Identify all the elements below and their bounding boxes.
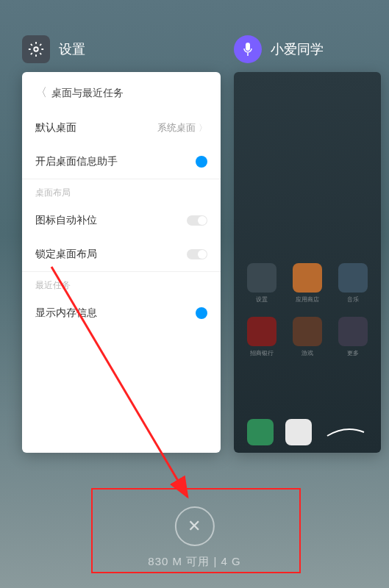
memory-status: 830 M 可用 | 4 G xyxy=(148,555,240,569)
panel-header[interactable]: 〈 桌面与最近任务 xyxy=(22,78,221,111)
dock-swipe-indicator xyxy=(324,425,368,440)
app-title-ai: 小爱同学 xyxy=(271,40,324,58)
gear-icon xyxy=(22,35,50,63)
panel-title: 桌面与最近任务 xyxy=(51,87,124,100)
home-app-5[interactable]: 游戏 xyxy=(288,317,326,357)
clear-all-button[interactable]: ✕ xyxy=(174,506,214,546)
toggle-info-assistant[interactable] xyxy=(196,156,207,168)
row-lock-layout[interactable]: 锁定桌面布局 xyxy=(22,237,221,271)
label-show-memory: 显示内存信息 xyxy=(35,306,97,320)
home-app-grid: 设置 应用商店 音乐 招商银行 游戏 xyxy=(243,263,372,357)
back-icon[interactable]: 〈 xyxy=(35,85,47,101)
svg-point-0 xyxy=(34,47,38,51)
dock-browser-icon[interactable] xyxy=(285,419,312,445)
chevron-right-icon: 〉 xyxy=(199,122,207,135)
app-header-settings[interactable]: 设置 xyxy=(22,35,221,63)
label-lock-layout: 锁定桌面布局 xyxy=(35,248,97,261)
close-icon: ✕ xyxy=(188,517,201,536)
microphone-icon xyxy=(234,35,262,63)
section-layout-header: 桌面布局 xyxy=(22,179,221,204)
toggle-show-memory[interactable] xyxy=(196,307,207,319)
row-show-memory[interactable]: 显示内存信息 xyxy=(22,296,221,330)
row-default-desktop[interactable]: 默认桌面 系统桌面 〉 xyxy=(22,111,221,145)
label-default-desktop: 默认桌面 xyxy=(35,121,76,135)
dock xyxy=(241,419,374,445)
home-app-1[interactable]: 设置 xyxy=(243,263,281,304)
toggle-lock-layout[interactable] xyxy=(187,249,207,259)
dock-phone-icon[interactable] xyxy=(247,419,274,445)
home-app-4[interactable]: 招商银行 xyxy=(243,317,281,357)
home-card[interactable]: 设置 应用商店 音乐 招商银行 游戏 xyxy=(234,72,381,453)
section-recent-header: 最近任务 xyxy=(22,271,221,296)
settings-card[interactable]: 〈 桌面与最近任务 默认桌面 系统桌面 〉 开启桌面信息助手 桌面布局 图标自动… xyxy=(22,72,221,453)
label-auto-fill: 图标自动补位 xyxy=(35,214,97,227)
app-title-settings: 设置 xyxy=(59,40,85,58)
row-auto-fill[interactable]: 图标自动补位 xyxy=(22,204,221,237)
value-default-desktop: 系统桌面 xyxy=(157,121,196,135)
row-info-assistant[interactable]: 开启桌面信息助手 xyxy=(22,145,221,179)
home-app-2[interactable]: 应用商店 xyxy=(288,263,326,304)
toggle-auto-fill[interactable] xyxy=(187,215,207,226)
svg-rect-1 xyxy=(246,43,250,51)
home-app-6[interactable]: 更多 xyxy=(334,317,372,357)
label-info-assistant: 开启桌面信息助手 xyxy=(35,155,118,168)
app-header-ai[interactable]: 小爱同学 xyxy=(234,35,381,63)
home-app-3[interactable]: 音乐 xyxy=(334,263,372,304)
